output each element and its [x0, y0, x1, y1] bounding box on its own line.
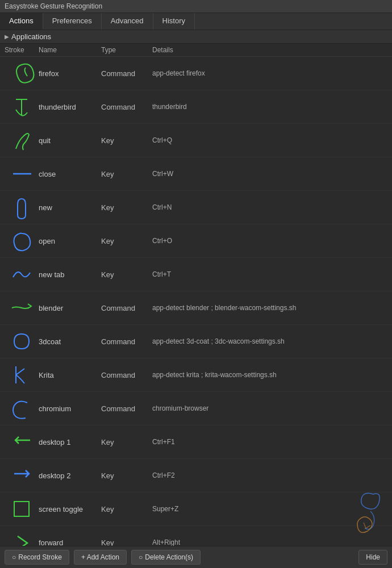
action-details: app-detect blender ; blender-wacom-setti… [152, 304, 387, 312]
action-type: Key [101, 270, 152, 279]
col-stroke: Stroke [5, 46, 39, 54]
action-name: new tab [39, 270, 101, 279]
tab-actions[interactable]: Actions [0, 13, 43, 30]
action-name: desktop 1 [39, 438, 101, 446]
table-row[interactable]: thunderbirdCommandthunderbird [0, 90, 392, 124]
action-type: Key [101, 203, 152, 212]
stroke-cell [5, 461, 39, 490]
stroke-cell [5, 193, 39, 222]
table-row[interactable]: KritaCommandapp-detect krita ; krita-wac… [0, 358, 392, 392]
action-details: Super+Z [152, 505, 387, 513]
table-row[interactable]: 3dcoatCommandapp-detect 3d-coat ; 3dc-wa… [0, 325, 392, 358]
action-type: Key [101, 438, 152, 446]
action-details: Ctrl+W [152, 170, 387, 178]
table-row[interactable]: screen toggleKeySuper+Z [0, 492, 392, 526]
action-type: Command [101, 371, 152, 379]
table-row[interactable]: desktop 1KeyCtrl+F1 [0, 425, 392, 459]
action-details: app-detect firefox [152, 69, 387, 77]
section-header[interactable]: ▶ Applications [0, 30, 392, 44]
delete-icon: ○ [139, 553, 143, 561]
section-arrow: ▶ [5, 34, 9, 40]
action-details: Ctrl+Q [152, 136, 387, 144]
table-row[interactable]: firefoxCommandapp-detect firefox [0, 57, 392, 90]
action-name: quit [39, 136, 101, 145]
tab-advanced[interactable]: Advanced [102, 13, 153, 30]
table-row[interactable]: desktop 2KeyCtrl+F2 [0, 459, 392, 492]
stroke-cell [5, 394, 39, 423]
action-type: Key [101, 170, 152, 178]
table-row[interactable]: closeKeyCtrl+W [0, 157, 392, 191]
col-type: Type [101, 46, 152, 54]
app-title: Easystroke Gesture Recognition [5, 2, 102, 10]
action-details: chromium-browser [152, 404, 387, 412]
action-name: chromium [39, 404, 101, 413]
tabbar: Actions Preferences Advanced History [0, 13, 392, 30]
action-type: Command [101, 337, 152, 346]
stroke-cell [5, 327, 39, 356]
col-details: Details [152, 46, 387, 54]
action-details: Ctrl+O [152, 237, 387, 245]
stroke-cell [5, 93, 39, 121]
add-action-button[interactable]: + Add Action [74, 550, 127, 565]
action-name: new [39, 203, 101, 212]
action-details: Ctrl+N [152, 203, 387, 211]
action-type: Key [101, 471, 152, 480]
table-row[interactable]: chromiumCommandchromium-browser [0, 392, 392, 425]
col-name: Name [39, 46, 101, 54]
stroke-cell [5, 260, 39, 289]
delete-actions-button[interactable]: ○ Delete Action(s) [131, 550, 201, 565]
titlebar: Easystroke Gesture Recognition [0, 0, 392, 13]
action-name: desktop 2 [39, 471, 101, 480]
action-name: close [39, 170, 101, 178]
table-row[interactable]: newKeyCtrl+N [0, 191, 392, 224]
stroke-cell [5, 361, 39, 389]
stroke-cell [5, 428, 39, 456]
action-name: firefox [39, 69, 101, 78]
action-type: Key [101, 237, 152, 245]
action-type: Key [101, 136, 152, 145]
action-name: 3dcoat [39, 337, 101, 346]
action-details: Ctrl+F2 [152, 471, 387, 479]
table-header: Stroke Name Type Details [0, 44, 392, 57]
action-details: thunderbird [152, 103, 387, 111]
action-type: Key [101, 505, 152, 513]
actions-list: firefoxCommandapp-detect firefoxthunderb… [0, 57, 392, 557]
record-icon: ○ [12, 553, 16, 561]
tab-preferences[interactable]: Preferences [43, 13, 102, 30]
table-row[interactable]: quitKeyCtrl+Q [0, 124, 392, 157]
hide-button[interactable]: Hide [358, 550, 387, 565]
action-name: screen toggle [39, 505, 101, 513]
record-stroke-button[interactable]: ○ Record Stroke [5, 550, 69, 565]
stroke-cell [5, 227, 39, 255]
action-name: Krita [39, 371, 101, 379]
stroke-cell [5, 294, 39, 322]
action-name: blender [39, 304, 101, 312]
action-details: Ctrl+F1 [152, 438, 387, 446]
action-details: Ctrl+T [152, 270, 387, 278]
table-row[interactable]: new tabKeyCtrl+T [0, 258, 392, 291]
action-details: Alt+Right [152, 538, 387, 546]
tab-history[interactable]: History [153, 13, 195, 30]
action-type: Command [101, 69, 152, 78]
action-type: Command [101, 304, 152, 312]
bottom-bar: ○ Record Stroke + Add Action ○ Delete Ac… [0, 546, 392, 568]
table-row[interactable]: blenderCommandapp-detect blender ; blend… [0, 291, 392, 325]
action-name: thunderbird [39, 103, 101, 111]
stroke-cell [5, 126, 39, 154]
table-row[interactable]: openKeyCtrl+O [0, 224, 392, 258]
action-type: Command [101, 103, 152, 111]
stroke-cell [5, 160, 39, 188]
section-label: Applications [11, 32, 51, 41]
action-details: app-detect 3d-coat ; 3dc-wacom-settings.… [152, 337, 387, 345]
stroke-cell [5, 495, 39, 523]
action-name: open [39, 237, 101, 245]
action-type: Command [101, 404, 152, 413]
stroke-cell [5, 59, 39, 87]
action-details: app-detect krita ; krita-wacom-settings.… [152, 371, 387, 379]
